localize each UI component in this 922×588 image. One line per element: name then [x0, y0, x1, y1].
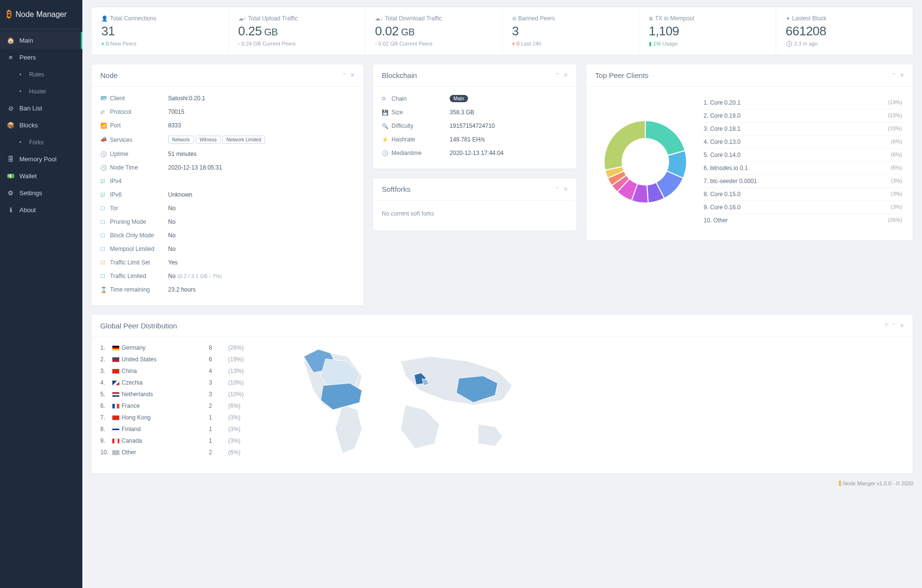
sidebar-item-hoster[interactable]: •Hoster	[0, 83, 82, 100]
client-row: 4. Core 0.13.0(6%)	[703, 136, 902, 149]
flag-icon	[112, 450, 120, 455]
stats-row: 👤Total Connections31+ 0 New Peers☁↑Total…	[91, 7, 913, 55]
flag-icon	[112, 380, 120, 386]
node-card: Node ⌃ ✕ 🪪ClientSatoshi:0.20.1⇄Protocol7…	[91, 64, 364, 306]
sidebar-nav: 🏠Main≡Peers•Rules•Hoster⊘Ban List📦Blocks…	[0, 29, 82, 218]
sidebar-item-memory-pool[interactable]: 🗄Memory Pool	[0, 151, 82, 168]
service-badge: Network	[168, 136, 194, 144]
stat-total-upload-traffic: ☁↑Total Upload Traffic0.25 GB› 0.24 GB C…	[229, 7, 366, 55]
unchecked-icon: ☐	[100, 246, 107, 252]
service-badge: Witness	[196, 136, 221, 144]
stack-icon: ≣	[649, 15, 653, 21]
stat-tx-in-mempool: ≣TX in Mempool1,109▮ 1% Usage	[639, 7, 776, 55]
sidebar-item-rules[interactable]: •Rules	[0, 66, 82, 83]
check-icon: ☑	[100, 178, 107, 185]
info-row-ipv6: ☑IPv6Unknown	[100, 188, 355, 201]
footer-copyright: - © 2020	[891, 480, 913, 486]
close-icon[interactable]: ✕	[900, 323, 904, 329]
user-icon: 👤	[101, 15, 108, 21]
info-row-tor: ☐TorNo	[100, 201, 355, 215]
sidebar-item-settings[interactable]: ⚙Settings	[0, 185, 82, 201]
info-row-time-remaining: ⌛Time remaining23.2 hours	[100, 283, 355, 296]
info-row-services: 📣ServicesNetwork Witness Network Limited	[100, 132, 355, 147]
exchange-icon: ⇄	[100, 109, 107, 115]
info-icon: ℹ	[7, 206, 15, 214]
info-row-mediantime: 🕓Mediantime2020-12-13 17:44:04	[382, 146, 568, 160]
bolt-icon: ⚡	[382, 137, 389, 143]
info-row-port: 📶Port8333	[100, 119, 355, 132]
client-row: 10. Other(26%)	[703, 214, 902, 227]
sidebar-item-forks[interactable]: •Forks	[0, 134, 82, 151]
chain-badge: Main	[450, 95, 468, 102]
list-icon: ≡	[7, 54, 15, 61]
cloud-up-icon: ☁↑	[238, 15, 247, 21]
flag-icon	[112, 427, 120, 432]
close-icon[interactable]: ✕	[563, 186, 568, 192]
app-title: ₿ Node Manager	[0, 0, 82, 29]
sidebar-item-about[interactable]: ℹAbout	[0, 201, 82, 218]
info-row-client: 🪪ClientSatoshi:0.20.1	[100, 92, 355, 105]
unchecked-icon: ☐	[100, 273, 107, 279]
sidebar-item-blocks[interactable]: 📦Blocks	[0, 117, 82, 134]
donut-slice[interactable]	[645, 121, 685, 155]
id-icon: 🪪	[100, 95, 107, 102]
gear-icon: ⚙	[7, 189, 15, 197]
check-icon: ☑	[100, 260, 107, 266]
softforks-empty-text: No current soft forks	[382, 205, 568, 222]
unchecked-icon: ☐	[100, 205, 107, 212]
stat-total-download-traffic: ☁↓Total Download Traffic0.02 GB› 0.02 GB…	[365, 7, 502, 55]
info-row-traffic-limited: ☐Traffic LimitedNo (0.2 / 3.1 GB - 7%)	[100, 269, 355, 283]
dist-row: 3.China4(13%)	[100, 365, 255, 377]
info-row-hashrate: ⚡Hashrate148.781 EH/s	[382, 133, 568, 146]
info-row-mempool-limited: ☐Mempool LimitedNo	[100, 242, 355, 256]
copy-icon: ⧉	[382, 95, 389, 102]
info-row-traffic-limit-set: ☑Traffic Limit SetYes	[100, 256, 355, 269]
client-row: 2. Core 0.19.0(10%)	[703, 109, 902, 123]
collapse-icon[interactable]: ⌃	[891, 72, 896, 78]
sidebar-item-peers[interactable]: ≡Peers	[0, 49, 82, 66]
dist-row: 5.Netherlands3(10%)	[100, 388, 255, 400]
bullet-icon: •	[16, 139, 24, 146]
softforks-card-title: Softforks	[382, 185, 410, 193]
sidebar-item-main[interactable]: 🏠Main	[0, 32, 82, 49]
collapse-icon[interactable]: ⌃	[555, 72, 560, 78]
footer-text: Node Manger v1.0.0	[843, 480, 891, 486]
donut-slice[interactable]	[604, 121, 645, 170]
unchecked-icon: ☐	[100, 232, 107, 239]
unchecked-icon: ☐	[100, 219, 107, 225]
client-row: 3. Core 0.18.1(10%)	[703, 123, 902, 136]
client-row: 1. Core 0.20.1(19%)	[703, 96, 902, 109]
help-icon[interactable]: ?	[885, 323, 888, 329]
info-row-node-time: 🕓Node Time2020-12-13 18:05:31	[100, 161, 355, 174]
info-row-difficulty: 🔍Difficulty19157154724710	[382, 119, 568, 133]
check-icon: ☑	[100, 192, 107, 198]
close-icon[interactable]: ✕	[350, 72, 355, 78]
blockchain-card: Blockchain ⌃ ✕ ⧉ChainMain💾Size358.3 GB🔍D…	[373, 64, 577, 169]
star-icon: ✦	[786, 15, 790, 21]
cloud-down-icon: ☁↓	[375, 15, 383, 21]
global-peer-distribution-card: Global Peer Distribution ? ⌃ ✕ 1.Germany…	[91, 314, 913, 474]
info-row-chain: ⧉ChainMain	[382, 92, 568, 106]
sidebar-item-ban-list[interactable]: ⊘Ban List	[0, 100, 82, 117]
client-row: 9. Core 0.16.0(3%)	[703, 201, 902, 214]
collapse-icon[interactable]: ⌃	[555, 186, 560, 192]
collapse-icon[interactable]: ⌃	[891, 323, 896, 329]
client-row: 6. bitnodes.io 0.1(6%)	[703, 162, 902, 175]
collapse-icon[interactable]: ⌃	[342, 72, 346, 78]
info-row-pruning-mode: ☐Pruning ModeNo	[100, 215, 355, 229]
search-icon: 🔍	[382, 123, 389, 129]
home-icon: 🏠	[7, 37, 15, 44]
blockchain-card-title: Blockchain	[382, 71, 417, 79]
dist-row: 10.Other2(6%)	[100, 447, 255, 458]
bullet-icon: •	[16, 88, 24, 95]
clock-icon: 🕓	[382, 150, 389, 156]
dist-row: 8.Finland1(3%)	[100, 423, 255, 435]
close-icon[interactable]: ✕	[563, 72, 568, 78]
info-row-block-only-mode: ☐Block Only ModeNo	[100, 229, 355, 242]
info-row-protocol: ⇄Protocol70015	[100, 105, 355, 119]
clients-donut-chart	[597, 113, 694, 210]
sidebar-item-wallet[interactable]: 💵Wallet	[0, 168, 82, 185]
dist-row: 9.Canada1(3%)	[100, 435, 255, 447]
bitcoin-icon: ₿	[7, 9, 12, 20]
close-icon[interactable]: ✕	[900, 72, 904, 78]
